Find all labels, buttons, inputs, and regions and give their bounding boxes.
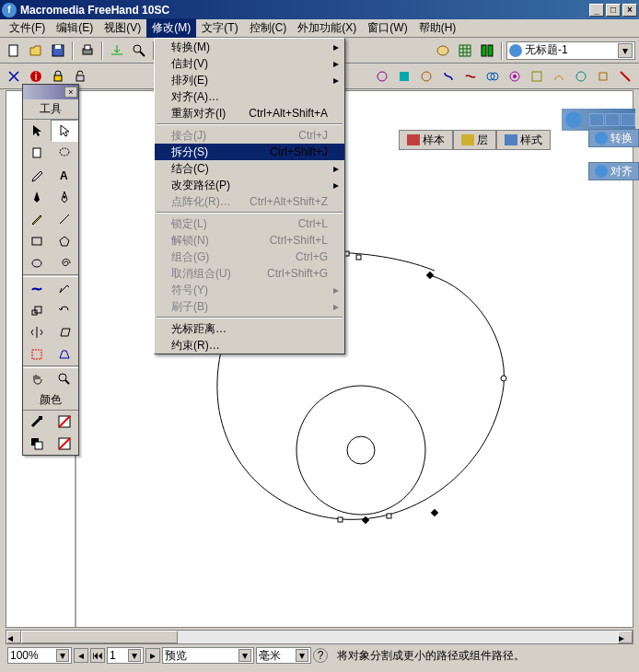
zoom-tool[interactable] <box>51 368 78 390</box>
tools-panel-header[interactable]: × <box>23 85 78 99</box>
help-icon[interactable]: ? <box>313 648 328 663</box>
menuitem-7[interactable]: 拆分(S)Ctrl+Shift+J <box>155 144 344 160</box>
pen-tool[interactable] <box>23 186 51 208</box>
child-minimize-button[interactable] <box>589 113 604 126</box>
xtra9-button[interactable] <box>593 66 613 87</box>
find-button[interactable] <box>129 41 149 61</box>
bezigon-tool[interactable] <box>51 186 78 208</box>
pointer-tool[interactable] <box>23 120 51 142</box>
effect-button[interactable] <box>372 66 392 87</box>
open-button[interactable] <box>26 41 46 61</box>
xtra3-button[interactable] <box>460 66 481 87</box>
scroll-track[interactable] <box>21 631 618 643</box>
xtra8-button[interactable] <box>571 66 591 87</box>
menu-5[interactable]: 控制(C) <box>244 18 293 38</box>
trace-tool[interactable] <box>23 343 51 365</box>
tools-close-button[interactable]: × <box>64 87 77 98</box>
menuitem-19[interactable]: 光标距离… <box>155 320 344 337</box>
snap-button[interactable] <box>4 66 24 87</box>
panel-tab-1[interactable]: 层 <box>453 130 496 150</box>
pencil-tool[interactable] <box>23 208 51 230</box>
menu-2[interactable]: 视图(V) <box>99 18 146 38</box>
lasso-tool[interactable] <box>51 142 78 164</box>
panel-tab-0[interactable]: 样本 <box>399 130 453 150</box>
hand-tool[interactable] <box>23 368 51 390</box>
menuitem-9[interactable]: 改变路径(P)▸ <box>155 177 344 193</box>
unit-combo[interactable]: 毫米 ▾ <box>256 647 311 664</box>
page-prev-button[interactable]: ◂ <box>74 648 88 663</box>
menu-0[interactable]: 文件(F) <box>4 18 51 38</box>
xtra5-button[interactable] <box>505 66 525 87</box>
xtra4-button[interactable] <box>482 66 503 87</box>
grid-button[interactable] <box>455 41 475 61</box>
both-color[interactable] <box>23 433 51 455</box>
freeform-tool[interactable] <box>23 277 51 299</box>
document-selector[interactable]: 无标题-1 ▾ <box>506 41 635 60</box>
menuitem-2[interactable]: 排列(E)▸ <box>155 72 344 88</box>
effect2-button[interactable] <box>394 66 414 87</box>
svg-rect-54 <box>39 416 42 420</box>
xtra1-button[interactable] <box>416 66 436 87</box>
scroll-thumb[interactable] <box>21 631 178 643</box>
stroke-color[interactable] <box>23 411 51 433</box>
menu-1[interactable]: 编辑(E) <box>51 18 99 38</box>
reflect-tool[interactable] <box>23 321 51 343</box>
xtra2-button[interactable] <box>438 66 459 87</box>
menuitem-20[interactable]: 约束(R)… <box>155 337 344 353</box>
svg-rect-13 <box>482 45 486 56</box>
page-next-button[interactable]: ▸ <box>145 648 160 663</box>
skew-tool[interactable] <box>51 321 78 343</box>
panels-button[interactable] <box>477 41 497 61</box>
polygon-tool[interactable] <box>51 230 78 252</box>
spiral-tool[interactable] <box>51 252 78 274</box>
page-combo[interactable]: 1 ▾ <box>107 647 144 664</box>
menuitem-4[interactable]: 重新对齐(I)Ctrl+Alt+Shift+A <box>155 105 344 122</box>
menuitem-3[interactable]: 对齐(A)… <box>155 88 344 105</box>
xtra10-button[interactable] <box>615 66 635 87</box>
knife-tool[interactable] <box>51 277 78 299</box>
save-button[interactable] <box>48 41 68 61</box>
close-button[interactable]: × <box>622 4 637 17</box>
page-first-button[interactable]: ⏮ <box>90 648 105 663</box>
menu-4[interactable]: 文字(T) <box>196 18 243 38</box>
child-close-button[interactable] <box>621 113 635 126</box>
xtra6-button[interactable] <box>527 66 547 87</box>
perspective-tool[interactable] <box>51 343 78 365</box>
side-tab-0[interactable]: 转换 <box>588 129 639 147</box>
palette-button[interactable] <box>433 41 453 61</box>
menu-8[interactable]: 帮助(H) <box>413 18 462 38</box>
view-combo[interactable]: 预览 ▾ <box>162 647 254 664</box>
menu-separator <box>157 317 343 319</box>
maximize-button[interactable]: □ <box>606 4 621 17</box>
ellipse-tool[interactable] <box>23 252 51 274</box>
text-tool[interactable]: A <box>51 164 78 186</box>
minimize-button[interactable]: _ <box>589 4 604 17</box>
rectangle-tool[interactable] <box>23 230 51 252</box>
scroll-left-button[interactable]: ◂ <box>6 631 21 643</box>
zoom-combo[interactable]: 100% ▾ <box>7 647 72 664</box>
menu-3[interactable]: 修改(M) <box>146 18 196 38</box>
app-icon: f <box>2 3 17 17</box>
menu-6[interactable]: 外加功能(X) <box>292 18 362 38</box>
print-button[interactable] <box>77 41 98 61</box>
menuitem-0[interactable]: 转换(M)▸ <box>155 39 344 55</box>
xtra7-button[interactable] <box>549 66 569 87</box>
line-tool[interactable] <box>51 208 78 230</box>
rotate-tool[interactable] <box>51 299 78 321</box>
side-tab-1[interactable]: 对齐 <box>588 162 639 180</box>
fill-color[interactable] <box>51 411 78 433</box>
horizontal-scrollbar[interactable]: ◂ ▸ <box>6 630 633 644</box>
menuitem-1[interactable]: 信封(V)▸ <box>155 55 344 72</box>
menuitem-8[interactable]: 结合(C)▸ <box>155 160 344 177</box>
new-button[interactable] <box>4 41 24 61</box>
panel-tab-2[interactable]: 样式 <box>496 130 551 150</box>
eyedropper-tool[interactable] <box>23 164 51 186</box>
import-button[interactable] <box>107 41 127 61</box>
scale-tool[interactable] <box>23 299 51 321</box>
child-restore-button[interactable] <box>605 113 620 126</box>
page-tool[interactable] <box>23 142 51 164</box>
menu-7[interactable]: 窗口(W) <box>362 18 412 38</box>
scroll-right-button[interactable]: ▸ <box>618 631 633 643</box>
none-color[interactable] <box>51 433 78 455</box>
subselect-tool[interactable] <box>51 120 78 142</box>
